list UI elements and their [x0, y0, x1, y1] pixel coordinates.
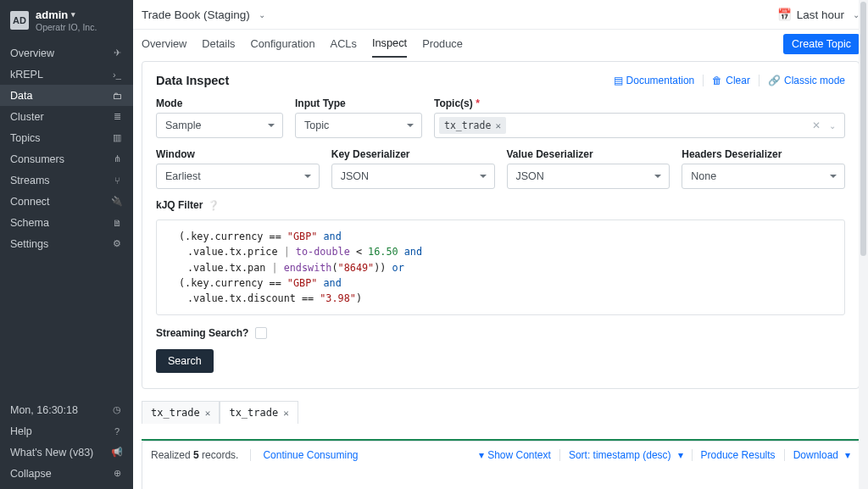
close-icon[interactable]: ✕ — [205, 408, 211, 419]
close-icon[interactable]: ✕ — [283, 408, 289, 419]
terminal-icon: ›_ — [111, 69, 123, 80]
show-context-link[interactable]: ▾Show Context — [479, 449, 551, 461]
tab-produce[interactable]: Produce — [422, 30, 463, 58]
classic-mode-link[interactable]: 🔗Classic mode — [768, 75, 845, 86]
kjq-filter-input[interactable]: (.key.currency == "GBP" and .value.tx.pr… — [156, 219, 845, 315]
remove-tag-icon[interactable]: ✕ — [495, 120, 501, 131]
tab-acls[interactable]: ACLs — [331, 30, 357, 58]
continue-consuming-link[interactable]: Continue Consuming — [263, 449, 358, 461]
sidebar-item-topics[interactable]: Topics▥ — [0, 127, 133, 148]
paper-plane-icon: ✈ — [111, 47, 123, 58]
headers-deserializer-label: Headers Deserializer — [682, 148, 845, 160]
content: Data Inspect ▤Documentation 🗑Clear 🔗Clas… — [133, 58, 868, 489]
key-deserializer-label: Key Deserializer — [331, 148, 495, 160]
download-link[interactable]: Download▾ — [793, 449, 850, 461]
calendar-icon: 📅 — [777, 8, 792, 21]
chevron-down-icon[interactable]: ⌄ — [829, 121, 836, 131]
clear-link[interactable]: 🗑Clear — [712, 75, 750, 86]
trash-icon: 🗑 — [712, 75, 722, 86]
sidebar-item-krepl[interactable]: kREPL›_ — [0, 64, 133, 85]
tab-overview[interactable]: Overview — [142, 30, 186, 58]
form-row-2: Window Earliest Key Deserializer JSON Va… — [156, 148, 845, 189]
scrollbar-thumb[interactable] — [860, 2, 866, 256]
divider — [759, 75, 760, 86]
topics-label: Topic(s) — [434, 97, 473, 109]
streaming-search-checkbox[interactable] — [255, 327, 267, 339]
avatar: AD — [10, 11, 29, 30]
input-type-label: Input Type — [295, 97, 422, 109]
sidebar-item-connect[interactable]: Connect🔌 — [0, 191, 133, 212]
kjq-filter-label: kJQ Filter — [156, 199, 203, 211]
divider — [703, 75, 704, 86]
gear-icon: ⚙ — [111, 238, 123, 249]
window-label: Window — [156, 148, 320, 160]
result-tabs: tx_trade✕ tx_trade✕ — [142, 401, 860, 424]
branch-icon: ⑂ — [111, 175, 123, 186]
help-icon: ? — [111, 426, 123, 436]
streaming-search-label: Streaming Search? — [156, 327, 248, 339]
search-button[interactable]: Search — [156, 349, 214, 373]
mode-select[interactable]: Sample — [156, 113, 283, 138]
value-deserializer-label: Value Deserializer — [507, 148, 670, 160]
user-name: admin — [36, 8, 68, 22]
sidebar-item-whatsnew[interactable]: What's New (v83)📢 — [0, 442, 133, 463]
caret-down-icon: ▾ — [678, 449, 683, 461]
tab-configuration[interactable]: Configuration — [250, 30, 314, 58]
caret-down-icon: ▾ — [845, 449, 850, 461]
sidebar-item-schema[interactable]: Schema🗎 — [0, 212, 133, 233]
sidebar: AD admin▾ Operatr IO, Inc. Overview✈ kRE… — [0, 0, 133, 489]
link-icon: 🔗 — [768, 75, 781, 86]
tab-inspect[interactable]: Inspect — [372, 30, 407, 58]
sidebar-item-streams[interactable]: Streams⑂ — [0, 169, 133, 191]
input-type-select[interactable]: Topic — [295, 113, 422, 138]
required-marker: * — [476, 97, 480, 109]
topics-input[interactable]: tx_trade✕ ✕ ⌄ — [434, 113, 845, 138]
topic-tag: tx_trade✕ — [439, 117, 506, 134]
caret-down-icon: ▾ — [479, 449, 484, 461]
result-tab[interactable]: tx_trade✕ — [142, 401, 220, 424]
book-icon: ▤ — [614, 75, 623, 86]
topbar: Trade Book (Staging) ⌄ 📅 Last hour ⌄ — [133, 0, 868, 29]
clear-icon[interactable]: ✕ — [812, 119, 821, 131]
key-deserializer-select[interactable]: JSON — [331, 164, 495, 189]
record-json: { "topic" tx_trade "partition" 4 "offset… — [142, 469, 859, 489]
documentation-link[interactable]: ▤Documentation — [614, 75, 695, 86]
tabs: Overview Details Configuration ACLs Insp… — [133, 29, 868, 58]
sidebar-item-data[interactable]: Data🗀 — [0, 85, 133, 106]
sidebar-footer: Mon, 16:30:18◷ Help? What's New (v83)📢 C… — [0, 399, 133, 489]
caret-down-icon: ▾ — [71, 10, 75, 19]
document-icon: 🗎 — [111, 218, 123, 228]
megaphone-icon: 📢 — [111, 447, 123, 458]
sidebar-item-help[interactable]: Help? — [0, 420, 133, 442]
window-select[interactable]: Earliest — [156, 164, 320, 189]
panel-title: Data Inspect — [156, 74, 229, 87]
tab-details[interactable]: Details — [202, 30, 235, 58]
help-icon[interactable]: ❔ — [208, 200, 220, 211]
data-inspect-panel: Data Inspect ▤Documentation 🗑Clear 🔗Clas… — [142, 61, 860, 389]
results-summary: Realized 5 records. — [151, 449, 238, 461]
scrollbar[interactable] — [859, 0, 868, 489]
value-deserializer-select[interactable]: JSON — [507, 164, 670, 189]
collapse-icon: ⊕ — [111, 468, 123, 479]
headers-deserializer-select[interactable]: None — [682, 164, 845, 189]
sidebar-item-cluster[interactable]: Cluster≣ — [0, 106, 133, 127]
sidebar-item-consumers[interactable]: Consumers⋔ — [0, 148, 133, 169]
produce-results-link[interactable]: Produce Results — [701, 449, 776, 461]
share-icon: ⋔ — [111, 153, 123, 164]
sidebar-nav: Overview✈ kREPL›_ Data🗀 Cluster≣ Topics▥… — [0, 42, 133, 254]
context-selector[interactable]: Trade Book (Staging) — [142, 8, 250, 21]
result-tab[interactable]: tx_trade✕ — [220, 401, 298, 424]
form-row-1: Mode Sample Input Type Topic Topic(s) * … — [156, 97, 845, 138]
org-name: Operatr IO, Inc. — [36, 22, 97, 33]
sidebar-item-clock[interactable]: Mon, 16:30:18◷ — [0, 399, 133, 420]
sidebar-item-overview[interactable]: Overview✈ — [0, 42, 133, 64]
mode-label: Mode — [156, 97, 283, 109]
results-panel: Realized 5 records. Continue Consuming ▾… — [142, 441, 860, 489]
sidebar-header[interactable]: AD admin▾ Operatr IO, Inc. — [0, 0, 133, 42]
sidebar-item-settings[interactable]: Settings⚙ — [0, 233, 133, 254]
sidebar-item-collapse[interactable]: Collapse⊕ — [0, 463, 133, 484]
range-selector[interactable]: 📅 Last hour — [777, 8, 844, 21]
sort-select[interactable]: Sort: timestamp (desc)▾ — [569, 449, 683, 461]
create-topic-button[interactable]: Create Topic — [783, 34, 860, 54]
list-icon: ≣ — [111, 111, 123, 122]
